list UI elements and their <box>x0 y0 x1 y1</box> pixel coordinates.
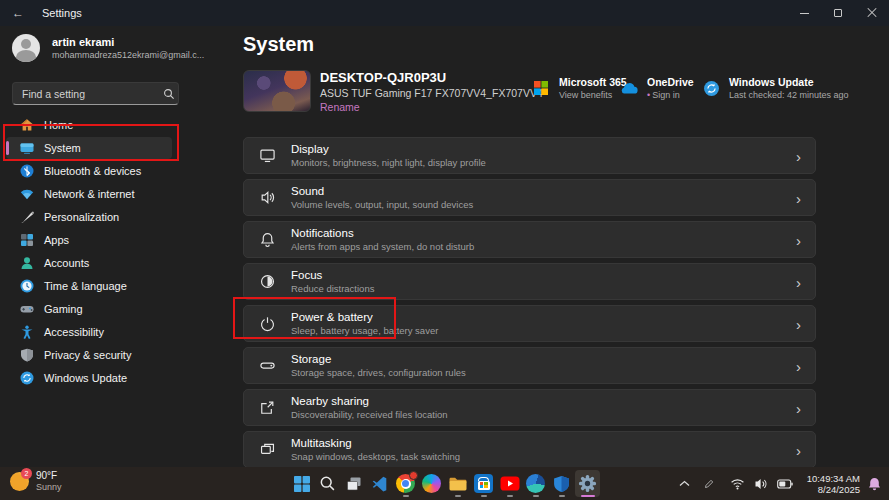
sidebar-item-privacy-security[interactable]: Privacy & security <box>6 344 172 366</box>
edge-button[interactable] <box>523 470 548 497</box>
row-display[interactable]: Display Monitors, brightness, night ligh… <box>243 137 816 174</box>
row-title: Display <box>291 143 486 155</box>
row-subtitle: Snap windows, desktops, task switching <box>291 451 460 462</box>
tray-time: 10:49:34 AM <box>807 473 860 484</box>
windows-security-button[interactable] <box>549 470 574 497</box>
sidebar-item-label: Accessibility <box>44 326 104 338</box>
weather-condition: Sunny <box>36 482 62 492</box>
row-notifications[interactable]: Notifications Alerts from apps and syste… <box>243 221 816 258</box>
file-explorer-button[interactable] <box>445 470 470 497</box>
chrome-button[interactable] <box>393 470 418 497</box>
device-model: ASUS TUF Gaming F17 FX707VV4_FX707VV4 <box>320 87 543 99</box>
device-wallpaper-thumbnail <box>243 70 311 112</box>
notifications-icon <box>258 231 276 249</box>
store-button[interactable] <box>471 470 496 497</box>
sidebar-item-system[interactable]: System <box>6 137 172 159</box>
chrome-notification-badge <box>409 471 418 480</box>
volume-icon[interactable] <box>754 478 768 490</box>
chevron-right-icon: › <box>796 274 801 289</box>
chevron-right-icon: › <box>796 232 801 247</box>
active-indicator <box>581 495 595 497</box>
notification-bell-icon[interactable] <box>868 477 881 491</box>
sidebar-item-label: Apps <box>44 234 69 246</box>
windows-update-card[interactable]: Windows Update Last checked: 42 minutes … <box>701 76 849 100</box>
vscode-icon <box>371 475 388 492</box>
vscode-button[interactable] <box>367 470 392 497</box>
tray-clock[interactable]: 10:49:34 AM 8/24/2025 <box>807 473 860 495</box>
row-title: Multitasking <box>291 437 460 449</box>
maximize-icon <box>834 9 842 17</box>
system-icon <box>18 139 36 157</box>
row-subtitle: Discoverability, received files location <box>291 409 448 420</box>
sidebar-item-time-language[interactable]: Time & language <box>6 275 172 297</box>
start-button[interactable] <box>289 470 314 497</box>
running-indicator <box>507 495 513 497</box>
sidebar-item-gaming[interactable]: Gaming <box>6 298 172 320</box>
back-button[interactable]: ← <box>12 6 24 20</box>
card-subtitle[interactable]: View benefits <box>559 90 627 100</box>
maximize-button[interactable] <box>821 0 855 26</box>
rename-link[interactable]: Rename <box>320 101 360 113</box>
copilot-button[interactable] <box>419 470 444 497</box>
onedrive-card[interactable]: OneDrive •Sign in <box>619 76 694 100</box>
sidebar-item-windows-update[interactable]: Windows Update <box>6 367 172 389</box>
sidebar-item-label: Accounts <box>44 257 89 269</box>
search-input[interactable] <box>13 88 163 100</box>
sidebar-item-home[interactable]: Home <box>6 114 172 136</box>
avatar[interactable] <box>12 34 40 62</box>
accessibility-icon <box>18 323 36 341</box>
battery-icon[interactable] <box>777 479 793 489</box>
row-power-battery[interactable]: Power & battery Sleep, battery usage, ba… <box>243 305 816 342</box>
privacy-security-icon <box>18 346 36 364</box>
settings-taskbar-button[interactable] <box>575 470 600 497</box>
sidebar-item-accessibility[interactable]: Accessibility <box>6 321 172 343</box>
row-storage[interactable]: Storage Storage space, drives, configura… <box>243 347 816 384</box>
row-title: Nearby sharing <box>291 395 448 407</box>
row-subtitle: Storage space, drives, configuration rul… <box>291 367 466 378</box>
taskbar-search-button[interactable] <box>315 470 340 497</box>
file-explorer-icon <box>448 475 468 493</box>
running-indicator <box>559 495 565 497</box>
multitasking-icon <box>258 441 276 459</box>
card-subtitle[interactable]: •Sign in <box>647 90 694 100</box>
row-title: Notifications <box>291 227 474 239</box>
sidebar-item-personalization[interactable]: Personalization <box>6 206 172 228</box>
youtube-button[interactable] <box>497 470 522 497</box>
row-subtitle: Monitors, brightness, night light, displ… <box>291 157 486 168</box>
row-sound[interactable]: Sound Volume levels, output, input, soun… <box>243 179 816 216</box>
sidebar-item-label: Time & language <box>44 280 127 292</box>
sidebar-item-bluetooth-devices[interactable]: Bluetooth & devices <box>6 160 172 182</box>
hidden-icons-chevron[interactable] <box>679 480 690 487</box>
store-icon <box>474 474 493 493</box>
sidebar-nav: Home System Bluetooth & devices Network … <box>0 114 235 390</box>
row-multitasking[interactable]: Multitasking Snap windows, desktops, tas… <box>243 431 816 468</box>
gaming-icon <box>18 300 36 318</box>
edge-icon <box>526 474 545 493</box>
sidebar-item-label: Network & internet <box>44 188 134 200</box>
windows-update-icon <box>18 369 36 387</box>
wifi-icon[interactable] <box>730 478 745 490</box>
microsoft-365-icon <box>531 78 551 98</box>
search-box[interactable] <box>12 82 179 105</box>
row-subtitle: Alerts from apps and system, do not dist… <box>291 241 474 252</box>
microsoft-365-card[interactable]: Microsoft 365 View benefits <box>531 76 627 100</box>
task-view-button[interactable] <box>341 470 366 497</box>
running-indicator <box>481 495 487 497</box>
row-title: Power & battery <box>291 311 438 323</box>
pen-icon[interactable] <box>704 479 714 489</box>
weather-widget[interactable]: 2 90°F Sunny <box>10 470 62 492</box>
minimize-button[interactable] <box>787 0 821 26</box>
settings-rows: Display Monitors, brightness, night ligh… <box>243 137 816 473</box>
row-nearby-sharing[interactable]: Nearby sharing Discoverability, received… <box>243 389 816 426</box>
tray-date: 8/24/2025 <box>807 484 860 495</box>
row-subtitle: Volume levels, output, input, sound devi… <box>291 199 473 210</box>
sidebar-item-accounts[interactable]: Accounts <box>6 252 172 274</box>
sidebar-item-apps[interactable]: Apps <box>6 229 172 251</box>
row-focus[interactable]: Focus Reduce distractions › <box>243 263 816 300</box>
task-view-icon <box>345 475 363 493</box>
sidebar-item-network-internet[interactable]: Network & internet <box>6 183 172 205</box>
running-indicator <box>455 495 461 497</box>
close-button[interactable] <box>855 0 889 26</box>
chevron-right-icon: › <box>796 442 801 457</box>
chevron-right-icon: › <box>796 316 801 331</box>
